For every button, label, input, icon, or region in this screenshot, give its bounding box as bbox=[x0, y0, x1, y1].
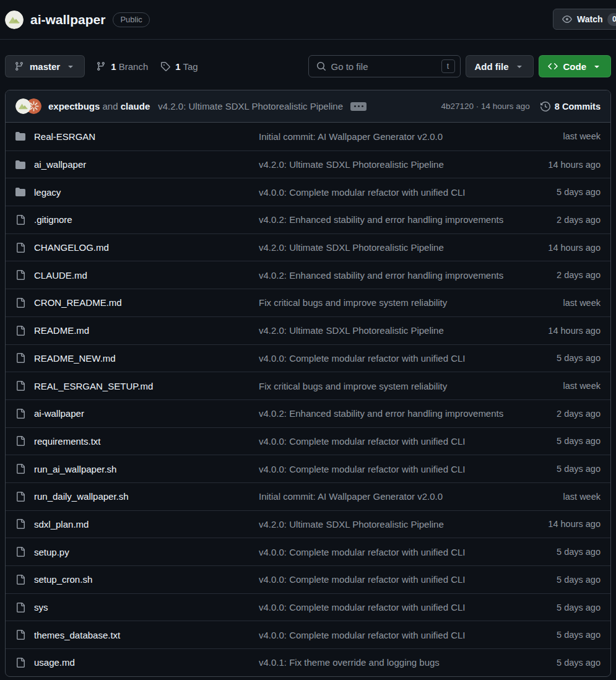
eye-icon bbox=[562, 14, 572, 24]
file-name-link[interactable]: legacy bbox=[34, 187, 259, 198]
file-name-link[interactable]: ai-wallpaper bbox=[34, 408, 259, 419]
commit-sha-time[interactable]: 4b27120 · 14 hours ago bbox=[441, 102, 529, 111]
table-row[interactable]: legacy v4.0.0: Complete modular refactor… bbox=[6, 178, 610, 206]
commit-author-secondary[interactable]: claude bbox=[121, 101, 150, 111]
commit-authors[interactable]: expectbugs and claude bbox=[48, 101, 150, 111]
row-commit-message-link[interactable]: v4.0.0: Complete modular refactor with u… bbox=[259, 187, 557, 198]
table-row[interactable]: sys v4.0.0: Complete modular refactor wi… bbox=[6, 593, 610, 621]
file-icon bbox=[15, 575, 34, 585]
file-name-link[interactable]: run_ai_wallpaper.sh bbox=[34, 464, 259, 474]
row-commit-message-link[interactable]: Fix critical bugs and improve system rel… bbox=[259, 381, 563, 391]
table-row[interactable]: requirements.txt v4.0.0: Complete modula… bbox=[6, 427, 610, 455]
table-row[interactable]: ai-wallpaper v4.0.2: Enhanced stability … bbox=[6, 399, 610, 427]
table-row[interactable]: README_NEW.md v4.0.0: Complete modular r… bbox=[6, 344, 610, 372]
row-commit-time: 2 days ago bbox=[557, 409, 601, 419]
file-name-link[interactable]: .gitignore bbox=[34, 214, 259, 225]
row-commit-time: 5 days ago bbox=[557, 187, 601, 197]
commit-history-link[interactable]: 8 Commits bbox=[540, 102, 601, 111]
commit-avatars[interactable] bbox=[15, 98, 41, 114]
row-commit-message-link[interactable]: v4.0.2: Enhanced stability and error han… bbox=[259, 214, 557, 225]
row-commit-message-link[interactable]: v4.0.0: Complete modular refactor with u… bbox=[259, 574, 557, 585]
file-name-link[interactable]: CHANGELOG.md bbox=[34, 242, 259, 253]
table-row[interactable]: REAL_ESRGAN_SETUP.md Fix critical bugs a… bbox=[6, 372, 610, 399]
file-name-link[interactable]: Real-ESRGAN bbox=[34, 131, 259, 142]
file-name-link[interactable]: setup_cron.sh bbox=[34, 574, 259, 585]
commit-description-toggle[interactable] bbox=[350, 102, 367, 111]
file-name-link[interactable]: README_NEW.md bbox=[34, 353, 259, 364]
file-list: Real-ESRGAN Initial commit: AI Wallpaper… bbox=[6, 123, 610, 676]
repo-avatar[interactable] bbox=[5, 11, 24, 29]
file-name-link[interactable]: setup.py bbox=[34, 547, 259, 557]
chevron-down-icon bbox=[514, 61, 524, 71]
row-commit-time: last week bbox=[563, 492, 601, 502]
branches-count: 1 bbox=[111, 61, 116, 72]
file-icon bbox=[15, 603, 34, 612]
file-name-link[interactable]: sdxl_plan.md bbox=[34, 519, 259, 530]
row-commit-message-link[interactable]: Initial commit: AI Wallpaper Generator v… bbox=[259, 491, 563, 502]
dot-separator: · bbox=[476, 102, 479, 111]
watch-button[interactable]: Watch 0 bbox=[553, 9, 616, 30]
commit-author-primary[interactable]: expectbugs bbox=[48, 101, 100, 111]
chevron-down-icon bbox=[592, 61, 602, 71]
go-to-file-input[interactable] bbox=[331, 61, 436, 72]
table-row[interactable]: themes_database.txt v4.0.0: Complete mod… bbox=[6, 621, 610, 648]
row-commit-message-link[interactable]: v4.0.2: Enhanced stability and error han… bbox=[259, 408, 557, 419]
table-row[interactable]: run_ai_wallpaper.sh v4.0.0: Complete mod… bbox=[6, 455, 610, 482]
table-row[interactable]: setup.py v4.0.0: Complete modular refact… bbox=[6, 538, 610, 565]
file-name-link[interactable]: README.md bbox=[34, 325, 259, 336]
file-name-link[interactable]: themes_database.txt bbox=[34, 630, 259, 640]
row-commit-message-link[interactable]: v4.0.0: Complete modular refactor with u… bbox=[259, 630, 557, 640]
file-name-link[interactable]: REAL_ESRGAN_SETUP.md bbox=[34, 381, 259, 391]
file-icon bbox=[15, 630, 34, 640]
row-commit-message-link[interactable]: v4.0.0: Complete modular refactor with u… bbox=[259, 547, 557, 557]
file-name-link[interactable]: requirements.txt bbox=[34, 436, 259, 447]
row-commit-time: 5 days ago bbox=[557, 658, 601, 668]
row-commit-time: 14 hours ago bbox=[548, 243, 601, 253]
row-commit-message-link[interactable]: Initial commit: AI Wallpaper Generator v… bbox=[259, 131, 563, 142]
row-commit-message-link[interactable]: v4.2.0: Ultimate SDXL Photorealistic Pip… bbox=[259, 242, 548, 253]
row-commit-message-link[interactable]: v4.0.0: Complete modular refactor with u… bbox=[259, 436, 557, 447]
row-commit-message-link[interactable]: v4.2.0: Ultimate SDXL Photorealistic Pip… bbox=[259, 325, 548, 336]
row-commit-time: 5 days ago bbox=[557, 603, 601, 612]
code-button[interactable]: Code bbox=[539, 55, 612, 77]
row-commit-time: 2 days ago bbox=[557, 270, 601, 280]
table-row[interactable]: ai_wallpaper v4.2.0: Ultimate SDXL Photo… bbox=[6, 150, 610, 178]
tags-link[interactable]: 1 Tag bbox=[160, 61, 197, 72]
table-row[interactable]: README.md v4.2.0: Ultimate SDXL Photorea… bbox=[6, 316, 610, 344]
row-commit-time: 2 days ago bbox=[557, 215, 601, 225]
file-name-link[interactable]: usage.md bbox=[34, 657, 259, 668]
add-file-button[interactable]: Add file bbox=[466, 55, 534, 77]
row-commit-message-link[interactable]: v4.0.1: Fix theme override and logging b… bbox=[259, 657, 557, 668]
table-row[interactable]: run_daily_wallpaper.sh Initial commit: A… bbox=[6, 482, 610, 510]
commit-sha[interactable]: 4b27120 bbox=[441, 102, 474, 111]
file-name-link[interactable]: run_daily_wallpaper.sh bbox=[34, 491, 259, 502]
branches-link[interactable]: 1 Branch bbox=[96, 61, 148, 72]
add-file-label: Add file bbox=[475, 61, 509, 72]
table-row[interactable]: .gitignore v4.0.2: Enhanced stability an… bbox=[6, 206, 610, 233]
file-name-link[interactable]: CRON_README.md bbox=[34, 297, 259, 308]
row-commit-message-link[interactable]: v4.0.2: Enhanced stability and error han… bbox=[259, 270, 557, 281]
file-icon bbox=[15, 243, 34, 253]
row-commit-message-link[interactable]: v4.0.0: Complete modular refactor with u… bbox=[259, 464, 557, 474]
commit-message-link[interactable]: v4.2.0: Ultimate SDXL Photorealistic Pip… bbox=[158, 101, 343, 111]
row-commit-message-link[interactable]: v4.2.0: Ultimate SDXL Photorealistic Pip… bbox=[259, 519, 548, 530]
branch-selector-button[interactable]: master bbox=[5, 55, 85, 77]
row-commit-message-link[interactable]: Fix critical bugs and improve system rel… bbox=[259, 297, 563, 308]
row-commit-message-link[interactable]: v4.0.0: Complete modular refactor with u… bbox=[259, 353, 557, 364]
table-row[interactable]: usage.md v4.0.1: Fix theme override and … bbox=[6, 648, 610, 676]
latest-commit-bar: expectbugs and claude v4.2.0: Ultimate S… bbox=[6, 90, 610, 123]
go-to-file-search[interactable]: t bbox=[308, 55, 461, 77]
table-row[interactable]: Real-ESRGAN Initial commit: AI Wallpaper… bbox=[6, 123, 610, 150]
row-commit-message-link[interactable]: v4.0.0: Complete modular refactor with u… bbox=[259, 602, 557, 612]
file-name-link[interactable]: sys bbox=[34, 602, 259, 612]
file-name-link[interactable]: ai_wallpaper bbox=[34, 159, 259, 170]
table-row[interactable]: sdxl_plan.md v4.2.0: Ultimate SDXL Photo… bbox=[6, 510, 610, 538]
file-name-link[interactable]: CLAUDE.md bbox=[34, 270, 259, 281]
row-commit-message-link[interactable]: v4.2.0: Ultimate SDXL Photorealistic Pip… bbox=[259, 159, 548, 170]
repo-title[interactable]: ai-wallpaper bbox=[30, 12, 105, 27]
table-row[interactable]: CHANGELOG.md v4.2.0: Ultimate SDXL Photo… bbox=[6, 233, 610, 261]
table-row[interactable]: CRON_README.md Fix critical bugs and imp… bbox=[6, 289, 610, 316]
table-row[interactable]: CLAUDE.md v4.0.2: Enhanced stability and… bbox=[6, 261, 610, 289]
table-row[interactable]: setup_cron.sh v4.0.0: Complete modular r… bbox=[6, 565, 610, 593]
commit-time: 14 hours ago bbox=[481, 102, 530, 111]
